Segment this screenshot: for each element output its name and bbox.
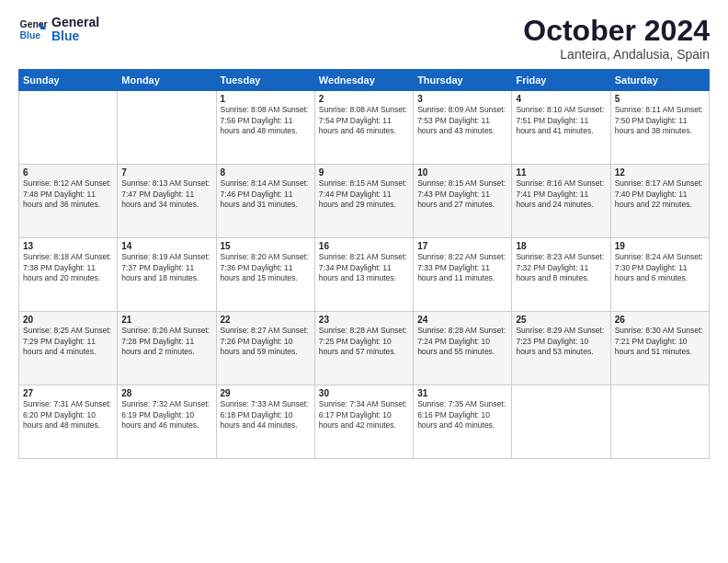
weekday-header-saturday: Saturday xyxy=(610,70,709,91)
svg-text:Blue: Blue xyxy=(20,30,41,40)
weekday-header-sunday: Sunday xyxy=(19,70,118,91)
calendar-cell-w1-d4: 10Sunrise: 8:15 AM Sunset: 7:43 PM Dayli… xyxy=(414,165,512,238)
logo: General Blue General Blue xyxy=(18,15,99,44)
calendar-cell-w1-d2: 8Sunrise: 8:14 AM Sunset: 7:46 PM Daylig… xyxy=(216,165,314,238)
calendar-cell-w4-d4: 31Sunrise: 7:35 AM Sunset: 6:16 PM Dayli… xyxy=(414,385,512,459)
calendar-cell-w4-d0: 27Sunrise: 7:31 AM Sunset: 6:20 PM Dayli… xyxy=(19,385,118,459)
calendar-cell-w0-d4: 3Sunrise: 8:09 AM Sunset: 7:53 PM Daylig… xyxy=(414,91,512,165)
weekday-header-wednesday: Wednesday xyxy=(314,70,413,91)
calendar-cell-w0-d5: 4Sunrise: 8:10 AM Sunset: 7:51 PM Daylig… xyxy=(512,91,610,165)
weekday-header-monday: Monday xyxy=(118,70,216,91)
calendar-cell-w3-d5: 25Sunrise: 8:29 AM Sunset: 7:23 PM Dayli… xyxy=(512,312,610,385)
calendar-cell-w3-d6: 26Sunrise: 8:30 AM Sunset: 7:21 PM Dayli… xyxy=(610,312,709,385)
logo-icon: General Blue xyxy=(18,15,48,44)
calendar-cell-w3-d0: 20Sunrise: 8:25 AM Sunset: 7:29 PM Dayli… xyxy=(19,312,118,385)
calendar-cell-w2-d1: 14Sunrise: 8:19 AM Sunset: 7:37 PM Dayli… xyxy=(118,238,216,312)
logo-blue: Blue xyxy=(51,29,99,43)
calendar-table: SundayMondayTuesdayWednesdayThursdayFrid… xyxy=(18,69,710,459)
calendar-cell-w3-d3: 23Sunrise: 8:28 AM Sunset: 7:25 PM Dayli… xyxy=(314,312,413,385)
calendar-cell-w0-d1 xyxy=(118,91,216,165)
calendar-cell-w3-d1: 21Sunrise: 8:26 AM Sunset: 7:28 PM Dayli… xyxy=(118,312,216,385)
location: Lanteira, Andalusia, Spain xyxy=(523,47,710,62)
calendar-cell-w2-d4: 17Sunrise: 8:22 AM Sunset: 7:33 PM Dayli… xyxy=(414,238,512,312)
calendar-cell-w3-d2: 22Sunrise: 8:27 AM Sunset: 7:26 PM Dayli… xyxy=(216,312,314,385)
calendar-cell-w3-d4: 24Sunrise: 8:28 AM Sunset: 7:24 PM Dayli… xyxy=(414,312,512,385)
weekday-header-friday: Friday xyxy=(512,70,610,91)
calendar-cell-w0-d0 xyxy=(19,91,118,165)
calendar-cell-w4-d5 xyxy=(512,385,610,459)
calendar-cell-w4-d6 xyxy=(610,385,709,459)
title-block: October 2024 Lanteira, Andalusia, Spain xyxy=(523,15,710,62)
calendar-cell-w4-d3: 30Sunrise: 7:34 AM Sunset: 6:17 PM Dayli… xyxy=(314,385,413,459)
calendar-cell-w1-d0: 6Sunrise: 8:12 AM Sunset: 7:48 PM Daylig… xyxy=(19,165,118,238)
calendar-cell-w0-d2: 1Sunrise: 8:08 AM Sunset: 7:56 PM Daylig… xyxy=(216,91,314,165)
calendar-cell-w0-d6: 5Sunrise: 8:11 AM Sunset: 7:50 PM Daylig… xyxy=(610,91,709,165)
calendar-cell-w1-d5: 11Sunrise: 8:16 AM Sunset: 7:41 PM Dayli… xyxy=(512,165,610,238)
calendar-cell-w2-d0: 13Sunrise: 8:18 AM Sunset: 7:38 PM Dayli… xyxy=(19,238,118,312)
calendar-cell-w4-d1: 28Sunrise: 7:32 AM Sunset: 6:19 PM Dayli… xyxy=(118,385,216,459)
calendar-cell-w2-d5: 18Sunrise: 8:23 AM Sunset: 7:32 PM Dayli… xyxy=(512,238,610,312)
logo-general: General xyxy=(51,16,99,29)
calendar-cell-w1-d3: 9Sunrise: 8:15 AM Sunset: 7:44 PM Daylig… xyxy=(314,165,413,238)
weekday-header-thursday: Thursday xyxy=(414,70,512,91)
calendar-cell-w0-d3: 2Sunrise: 8:08 AM Sunset: 7:54 PM Daylig… xyxy=(314,91,413,165)
month-title: October 2024 xyxy=(523,15,710,47)
calendar-cell-w2-d2: 15Sunrise: 8:20 AM Sunset: 7:36 PM Dayli… xyxy=(216,238,314,312)
weekday-header-tuesday: Tuesday xyxy=(216,70,314,91)
calendar-cell-w1-d1: 7Sunrise: 8:13 AM Sunset: 7:47 PM Daylig… xyxy=(118,165,216,238)
calendar-cell-w4-d2: 29Sunrise: 7:33 AM Sunset: 6:18 PM Dayli… xyxy=(216,385,314,459)
calendar-cell-w2-d6: 19Sunrise: 8:24 AM Sunset: 7:30 PM Dayli… xyxy=(610,238,709,312)
calendar-cell-w1-d6: 12Sunrise: 8:17 AM Sunset: 7:40 PM Dayli… xyxy=(610,165,709,238)
page-header: General Blue General Blue October 2024 L… xyxy=(18,15,710,62)
calendar-cell-w2-d3: 16Sunrise: 8:21 AM Sunset: 7:34 PM Dayli… xyxy=(314,238,413,312)
